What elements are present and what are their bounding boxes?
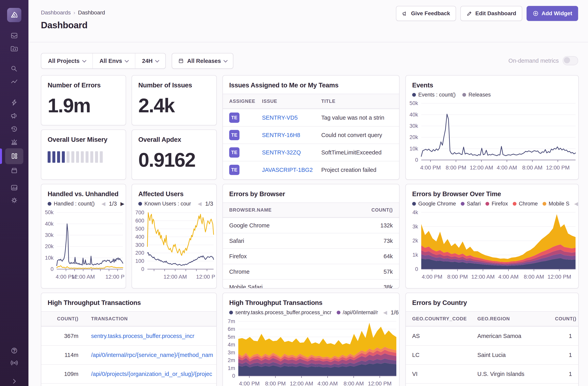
table-row[interactable]: Chrome57k	[223, 264, 399, 279]
avatar[interactable]: TE	[229, 147, 239, 158]
sidebar-item-whats-new[interactable]	[10, 359, 19, 367]
table-row[interactable]: Mobile Safari38k	[223, 279, 399, 289]
table-link[interactable]: sentry.tasks.process_buffer.process_incr	[91, 333, 194, 339]
sidebar-item-dashboards[interactable]	[10, 152, 19, 160]
events-card[interactable]: Events Events : count()Releases 010k20k3…	[405, 75, 579, 180]
table-link[interactable]: SENTRY-VD5	[262, 114, 298, 121]
high-throughput-chart[interactable]: 01m2m3m4m5m6m7m4:00 PM8:00 PM12:00 AM4:0…	[223, 316, 399, 386]
issues-assigned-card[interactable]: Issues Assigned to Me or My Teams ASSIGN…	[222, 75, 399, 180]
legend-item[interactable]: Safari	[461, 201, 481, 207]
sidebar-item-alerts[interactable]	[10, 138, 19, 147]
give-feedback-button[interactable]: Give Feedback	[396, 6, 456, 21]
table-link[interactable]: /api/0/projects/{organization_id_or_slug…	[91, 371, 212, 377]
column-header[interactable]: COUNT()	[41, 312, 85, 326]
link-cell[interactable]: sentry.tasks.process_buffer.process_incr	[85, 333, 216, 339]
sidebar-item-help[interactable]: ?	[10, 346, 19, 355]
user-misery-card[interactable]: Overall User Misery	[41, 130, 126, 180]
errors-by-browser-over-time-card[interactable]: Errors by Browser Over Time Google Chrom…	[405, 184, 579, 289]
table-row[interactable]: TESENTRY-VD5Tag value was not a strin	[223, 109, 399, 126]
column-header[interactable]: COUNT()	[549, 312, 578, 326]
table-row[interactable]: Firefox64k	[223, 248, 399, 264]
legend-item[interactable]: Chrome	[513, 201, 538, 207]
table-row[interactable]: Safari73k	[223, 233, 399, 248]
link-cell[interactable]: /api/0/internal/rpc/{service_name}/{meth…	[85, 352, 216, 358]
table-link[interactable]: SENTRY-16H8	[262, 132, 300, 138]
affected-users-chart[interactable]: 010020030040050060070012:00 AM12:00 P	[132, 207, 216, 282]
table-row[interactable]: Google Chrome132k	[223, 218, 399, 233]
legend-item[interactable]: Events : count()	[412, 92, 456, 98]
table-link[interactable]: SENTRY-32ZQ	[262, 149, 301, 156]
table-header[interactable]: BROWSER.NAMECOUNT()	[223, 203, 399, 218]
column-header[interactable]: GEO.REGION	[471, 312, 549, 326]
sidebar-item-traces[interactable]	[10, 77, 19, 86]
pager-prev-icon[interactable]: ◀	[101, 201, 105, 207]
avatar[interactable]: TE	[229, 130, 239, 140]
table-header[interactable]: GEO.COUNTRY_CODEGEO.REGIONCOUNT()	[406, 311, 578, 326]
link-cell[interactable]: SENTRY-16H8	[256, 132, 315, 138]
table-link[interactable]: /api/0/internal/rpc/{service_name}/{meth…	[91, 352, 213, 358]
sidebar-item-search[interactable]	[10, 65, 19, 73]
column-header[interactable]: ASSIGNEE	[223, 94, 256, 108]
table-header[interactable]: COUNT()TRANSACTION	[41, 311, 216, 326]
edit-dashboard-button[interactable]: Edit Dashboard	[460, 6, 522, 21]
table-row[interactable]: 367msentry.tasks.process_buffer.process_…	[41, 326, 216, 345]
high-throughput-table-card[interactable]: High Throughput Transactions COUNT()TRAN…	[41, 293, 217, 386]
add-widget-button[interactable]: Add Widget	[526, 6, 578, 21]
ondemand-metrics-toggle[interactable]	[563, 56, 578, 65]
legend-item[interactable]: Firefox	[485, 201, 508, 207]
errors-by-browser-card[interactable]: Errors by Browser BROWSER.NAMECOUNT()Goo…	[222, 184, 399, 289]
errors-by-country-card[interactable]: Errors by Country GEO.COUNTRY_CODEGEO.RE…	[405, 293, 579, 386]
table-row[interactable]: TESENTRY-32ZQSoftTimeLimitExceeded	[223, 144, 399, 161]
sidebar-item-issues[interactable]	[10, 31, 19, 40]
sidebar-item-settings[interactable]	[10, 196, 19, 205]
legend-item[interactable]: Handled : count()	[48, 201, 95, 207]
projects-filter[interactable]: All Projects	[41, 53, 92, 68]
table-row[interactable]: MFSaint Martin1	[406, 383, 578, 386]
table-row[interactable]: TEJAVASCRIPT-1BG2Project creation failed	[223, 161, 399, 178]
pager-prev-icon[interactable]: ◀	[383, 310, 387, 316]
column-header[interactable]: TRANSACTION	[85, 312, 216, 326]
environments-filter[interactable]: All Envs	[92, 53, 135, 68]
pager-prev-icon[interactable]: ◀	[574, 201, 578, 207]
browser-over-time-chart[interactable]: 01k2k3k4k4:00 PM8:00 PM12:00 AM4:00 AM8:…	[406, 207, 578, 282]
link-cell[interactable]: SENTRY-32ZQ	[256, 149, 315, 156]
table-row[interactable]: ASAmerican Samoa1	[406, 326, 578, 345]
legend-item[interactable]: Google Chrome	[412, 201, 456, 207]
table-row[interactable]: 109m/api/0/projects/{organization_id_or_…	[41, 364, 216, 383]
handled-chart[interactable]: 010k20k30k40k50k4:00 PM12:00 AM12:00 P	[41, 207, 126, 282]
number-of-issues-card[interactable]: Number of Issues 2.4k	[132, 75, 217, 125]
table-row[interactable]: TESENTRY-16H8Could not convert query	[223, 126, 399, 144]
sidebar-item-replays[interactable]	[10, 125, 19, 133]
pager-prev-icon[interactable]: ◀	[198, 201, 202, 207]
sidebar-item-performance[interactable]	[10, 98, 19, 107]
column-header[interactable]: TITLE	[315, 94, 399, 108]
link-cell[interactable]: SENTRY-VD5	[256, 114, 315, 121]
sidebar-item-feedback[interactable]	[10, 111, 19, 120]
breadcrumb-dashboards[interactable]: Dashboards	[41, 9, 71, 16]
column-header[interactable]: BROWSER.NAME	[223, 203, 356, 217]
affected-users-card[interactable]: Affected Users Known Users : cour◀1/3▶ 0…	[132, 184, 217, 289]
high-throughput-chart-card[interactable]: High Throughput Transactions sentry.task…	[222, 293, 399, 386]
column-header[interactable]: ISSUE	[256, 94, 315, 108]
pager-next-icon[interactable]: ▶	[120, 201, 124, 207]
events-chart[interactable]: 010k20k30k40k50k4:00 PM8:00 PM12:00 AM4:…	[406, 98, 578, 173]
avatar[interactable]: TE	[229, 165, 239, 175]
table-row[interactable]: VIU.S. Virgin Islands1	[406, 364, 578, 383]
table-row[interactable]: LCSaint Lucia1	[406, 345, 578, 364]
apdex-card[interactable]: Overall Apdex 0.9162	[132, 130, 217, 180]
sidebar-item-releases[interactable]	[10, 166, 19, 175]
legend-item[interactable]: Releases	[462, 92, 491, 98]
table-header[interactable]: ASSIGNEEISSUETITLE	[223, 94, 399, 109]
table-row[interactable]: 76m/{organization_slug}/	[41, 383, 216, 386]
sentry-logo[interactable]	[7, 8, 21, 22]
number-of-errors-card[interactable]: Number of Errors 1.9m	[41, 75, 126, 125]
time-range-filter[interactable]: 24H	[135, 53, 165, 68]
handled-vs-unhandled-card[interactable]: Handled vs. Unhandled Handled : count()◀…	[41, 184, 126, 289]
sidebar-item-stats[interactable]	[10, 183, 19, 192]
sidebar-item-projects[interactable]	[10, 44, 19, 53]
sidebar-collapse-button[interactable]	[10, 377, 19, 386]
column-header[interactable]: GEO.COUNTRY_CODE	[406, 312, 471, 326]
table-row[interactable]: 114m/api/0/internal/rpc/{service_name}/{…	[41, 345, 216, 364]
link-cell[interactable]: JAVASCRIPT-1BG2	[256, 167, 315, 173]
releases-filter[interactable]: All Releases	[172, 53, 233, 69]
